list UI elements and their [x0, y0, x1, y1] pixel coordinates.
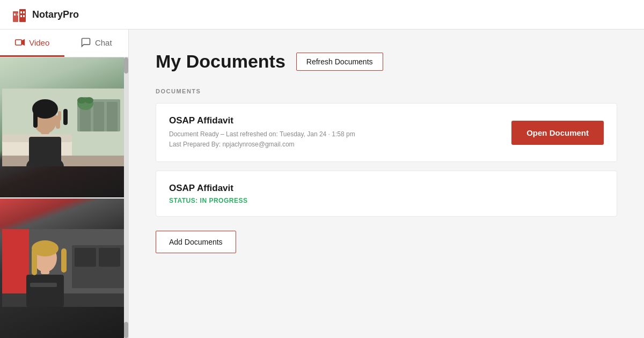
document-card-2: OSAP Affidavit STATUS: IN PROGRESS [156, 171, 617, 217]
page-title: My Documents [156, 51, 286, 72]
tab-video[interactable]: Video [0, 30, 64, 57]
tabs-bar: Video Chat [0, 30, 128, 57]
svg-rect-7 [23, 15, 25, 17]
right-panel: My Documents Refresh Documents DOCUMENTS… [129, 30, 644, 338]
scrollbar-thumb-bottom [124, 322, 128, 338]
svg-rect-14 [107, 102, 118, 131]
main-layout: Video Chat [0, 30, 644, 338]
doc-info-1: OSAP Affidavit Document Ready – Last ref… [169, 115, 511, 150]
svg-rect-34 [75, 248, 96, 267]
logo: NotaryPro [11, 6, 79, 23]
header: NotaryPro [0, 0, 644, 30]
doc-prepared-1: Last Prepared By: npjaclynrose@gmail.com [169, 139, 511, 150]
svg-rect-27 [63, 109, 68, 125]
svg-point-17 [85, 97, 93, 104]
tab-chat-label: Chat [95, 38, 112, 47]
room-bg-1 [2, 89, 127, 166]
doc-title-2: OSAP Affidavit [169, 183, 604, 194]
svg-point-16 [77, 97, 86, 104]
chat-icon [80, 37, 91, 48]
svg-rect-41 [32, 248, 37, 275]
svg-rect-0 [13, 11, 18, 22]
svg-rect-42 [61, 248, 67, 273]
doc-status-1: Document Ready – Last refreshed on: Tues… [169, 129, 511, 139]
svg-rect-6 [20, 15, 22, 17]
svg-rect-37 [26, 275, 64, 307]
svg-rect-20 [2, 156, 127, 166]
svg-rect-43 [30, 283, 57, 287]
room-bg-2 [2, 229, 127, 307]
svg-rect-5 [23, 11, 25, 13]
svg-rect-29 [58, 111, 61, 121]
video-placeholder-2 [0, 199, 128, 339]
logo-text: NotaryPro [32, 9, 79, 20]
documents-section-label: DOCUMENTS [156, 88, 617, 94]
video-placeholder-1 [0, 57, 128, 197]
svg-rect-22 [29, 137, 61, 166]
scrollbar-thumb-top [124, 57, 128, 74]
svg-rect-1 [19, 9, 26, 22]
svg-rect-8 [16, 40, 22, 45]
svg-rect-35 [99, 248, 120, 267]
video-feeds [0, 57, 128, 338]
video-icon [14, 37, 25, 48]
svg-rect-36 [2, 293, 127, 307]
document-card-1: OSAP Affidavit Document Ready – Last ref… [156, 103, 617, 162]
left-panel: Video Chat [0, 30, 129, 338]
tab-chat[interactable]: Chat [64, 30, 129, 57]
svg-rect-2 [14, 13, 16, 16]
video-feed-2 [0, 197, 128, 339]
doc-info-2: OSAP Affidavit STATUS: IN PROGRESS [169, 183, 604, 204]
svg-rect-26 [33, 109, 38, 128]
svg-marker-9 [22, 40, 25, 45]
doc-title-1: OSAP Affidavit [169, 115, 511, 126]
tab-video-label: Video [29, 38, 49, 47]
svg-rect-3 [17, 13, 18, 16]
doc-status-inprogress-2: STATUS: IN PROGRESS [169, 197, 604, 204]
open-document-button-1[interactable]: Open Document [511, 121, 604, 145]
svg-rect-4 [20, 11, 22, 13]
logo-icon [11, 6, 28, 23]
add-documents-button[interactable]: Add Documents [156, 231, 236, 253]
scrollbar[interactable] [124, 57, 128, 338]
title-row: My Documents Refresh Documents [156, 51, 617, 72]
refresh-documents-button[interactable]: Refresh Documents [296, 53, 383, 71]
svg-rect-13 [93, 102, 104, 131]
video-feed-1 [0, 57, 128, 197]
